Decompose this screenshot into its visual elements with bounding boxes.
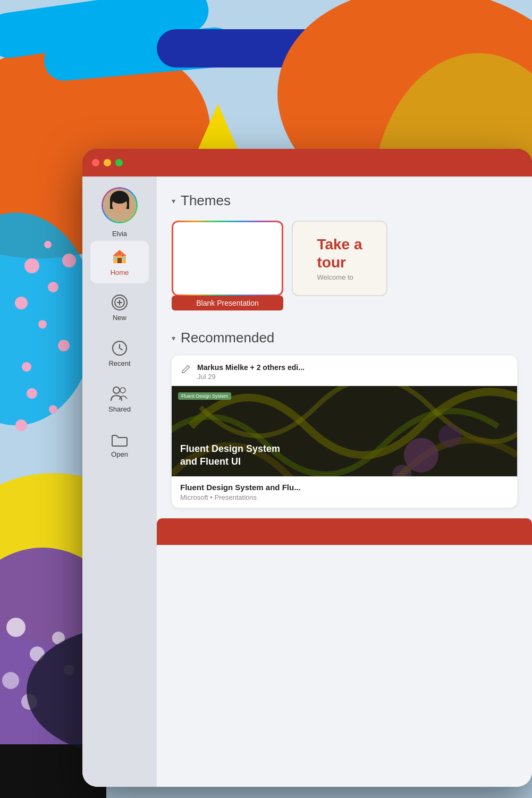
user-avatar[interactable] xyxy=(102,187,138,223)
doc-editors: Markus Mielke + 2 others edi... xyxy=(197,363,509,372)
open-icon xyxy=(111,432,128,447)
tour-headline: Take atour xyxy=(317,236,362,271)
doc-meta: Markus Mielke + 2 others edi... Jul 29 xyxy=(197,363,509,381)
svg-point-34 xyxy=(111,191,128,204)
shared-icon xyxy=(110,386,129,402)
blank-template-label: Blank Presentation xyxy=(172,296,283,310)
title-bar xyxy=(82,149,532,177)
doc-thumbnail: Fluent Design System Fluent Design Syste… xyxy=(172,386,517,476)
sidebar-home-label: Home xyxy=(111,268,129,276)
doc-footer: Fluent Design System and Flu... Microsof… xyxy=(172,476,517,508)
tour-template-card[interactable]: Take atour Welcome to xyxy=(292,221,387,310)
sidebar-item-new[interactable]: New xyxy=(90,287,149,329)
recent-icon xyxy=(112,340,128,356)
svg-point-10 xyxy=(48,282,58,292)
sidebar-item-open[interactable]: Open xyxy=(90,424,149,466)
recommended-title: Recommended xyxy=(181,330,274,346)
doc-thumbnail-text: Fluent Design Systemand Fluent UI xyxy=(180,443,280,468)
recommended-chevron[interactable]: ▾ xyxy=(172,334,175,342)
doc-card-header: Markus Mielke + 2 others edi... Jul 29 xyxy=(172,356,517,386)
doc-thumbnail-badge: Fluent Design System xyxy=(178,392,231,400)
maximize-button[interactable] xyxy=(115,159,123,166)
templates-row: Blank Presentation Take atour Welcome to xyxy=(172,221,517,310)
svg-point-22 xyxy=(6,618,26,637)
tour-sub: Welcome to xyxy=(317,273,362,281)
new-icon xyxy=(112,295,128,310)
svg-point-43 xyxy=(117,253,119,255)
svg-point-19 xyxy=(15,419,27,431)
svg-rect-38 xyxy=(117,258,122,263)
svg-point-52 xyxy=(113,387,120,393)
sidebar-item-recent[interactable]: Recent xyxy=(90,332,149,375)
svg-point-24 xyxy=(2,672,19,689)
blank-template-card[interactable]: Blank Presentation xyxy=(172,221,283,310)
themes-section-header: ▾ Themes xyxy=(172,192,517,209)
sidebar-item-home[interactable]: Home xyxy=(90,241,149,283)
svg-point-11 xyxy=(15,297,28,309)
app-content: Elvia xyxy=(82,177,532,787)
svg-point-41 xyxy=(119,252,121,254)
themes-chevron[interactable]: ▾ xyxy=(172,197,175,205)
blank-template-thumbnail xyxy=(172,221,283,296)
close-button[interactable] xyxy=(92,159,99,166)
svg-rect-40 xyxy=(122,257,125,260)
bottom-red-strip xyxy=(157,518,532,545)
svg-rect-39 xyxy=(114,257,117,260)
svg-point-13 xyxy=(58,340,70,351)
device-frame: Elvia xyxy=(82,149,532,787)
user-name: Elvia xyxy=(112,230,127,238)
svg-point-16 xyxy=(62,254,76,267)
svg-point-44 xyxy=(122,255,124,256)
recommended-section-header: ▾ Recommended xyxy=(172,330,517,346)
sidebar-new-label: New xyxy=(113,314,126,322)
sidebar-open-label: Open xyxy=(111,450,128,458)
sidebar-item-shared[interactable]: Shared xyxy=(90,378,149,421)
home-icon xyxy=(111,248,128,265)
sidebar: Elvia xyxy=(82,177,157,787)
edit-icon xyxy=(180,364,191,375)
svg-line-51 xyxy=(120,348,122,350)
doc-source: Microsoft • Presentations xyxy=(180,493,509,501)
themes-title: Themes xyxy=(181,192,231,209)
sidebar-shared-label: Shared xyxy=(108,405,131,413)
svg-point-12 xyxy=(38,320,47,329)
svg-point-53 xyxy=(120,388,125,393)
tour-template-thumbnail: Take atour Welcome to xyxy=(292,221,387,296)
svg-point-45 xyxy=(116,255,117,256)
main-content: ▾ Themes Blank Presentation Take atour W… xyxy=(157,177,532,787)
svg-point-15 xyxy=(44,241,52,248)
svg-point-9 xyxy=(24,258,39,273)
doc-date: Jul 29 xyxy=(197,373,509,381)
doc-title: Fluent Design System and Flu... xyxy=(180,483,509,492)
svg-point-18 xyxy=(49,405,57,414)
svg-point-17 xyxy=(27,388,37,399)
document-card[interactable]: Markus Mielke + 2 others edi... Jul 29 xyxy=(172,356,517,508)
svg-point-42 xyxy=(121,253,123,255)
minimize-button[interactable] xyxy=(104,159,111,166)
sidebar-recent-label: Recent xyxy=(108,359,130,367)
svg-point-14 xyxy=(22,362,31,372)
